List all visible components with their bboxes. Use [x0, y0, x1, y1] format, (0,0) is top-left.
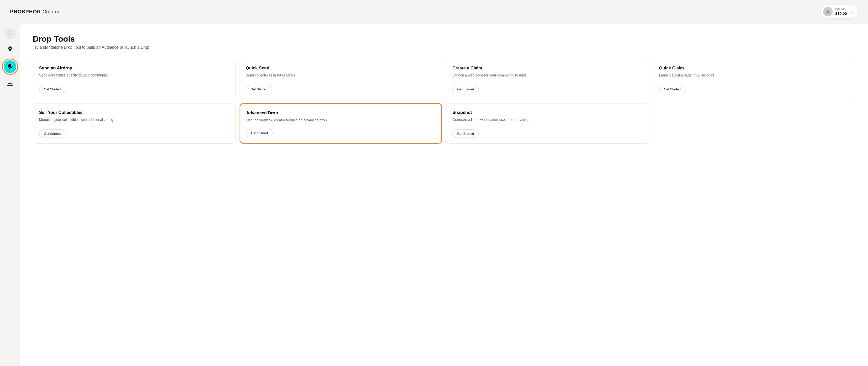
logo-product: Creator — [42, 9, 59, 15]
card-advanced-drop-btn[interactable]: Get Started — [246, 129, 273, 137]
page-title: Drop Tools — [33, 34, 856, 44]
card-sell-collectibles-desc: Monetize your collectibles with addition… — [39, 117, 229, 125]
card-advanced-drop-title: Advanced Drop — [246, 111, 435, 116]
card-quick-claim-title: Quick Claim — [659, 66, 849, 71]
cards-row-2: Sell Your Collectibles Monetize your col… — [33, 103, 856, 144]
cards-row-1: Send an Airdrop Send collectibles direct… — [33, 59, 856, 99]
card-create-claim-desc: Launch a web page for your community to … — [453, 73, 643, 81]
card-snapshot-btn[interactable]: Get Started — [453, 130, 478, 138]
page-subtitle: Try a standalone Drop Tool to build an A… — [33, 45, 856, 50]
card-sell-collectibles: Sell Your Collectibles Monetize your col… — [33, 103, 236, 144]
card-send-airdrop-title: Send an Airdrop — [39, 66, 229, 71]
logo-brand: PHOSPHOR — [10, 9, 41, 15]
card-quick-claim-desc: Launch a claim page in 60 seconds — [659, 73, 849, 81]
card-sell-collectibles-btn[interactable]: Get Started — [39, 130, 65, 138]
card-snapshot-desc: Generate a list of wallet addresses from… — [453, 117, 643, 125]
avatar — [823, 7, 833, 17]
card-snapshot-title: Snapshot — [453, 110, 643, 115]
card-empty-slot — [653, 103, 856, 144]
card-send-airdrop-desc: Send collectibles directly to your commu… — [39, 73, 229, 81]
active-ring — [2, 59, 18, 75]
balance-label: Balance: — [835, 7, 847, 11]
card-create-claim: Create a Claim Launch a web page for you… — [446, 59, 649, 99]
card-quick-send-title: Quick Send — [246, 66, 436, 71]
card-snapshot: Snapshot Generate a list of wallet addre… — [446, 103, 649, 144]
card-quick-claim-btn[interactable]: Get Started — [659, 85, 685, 93]
card-quick-claim: Quick Claim Launch a claim page in 60 se… — [653, 59, 856, 99]
card-send-airdrop: Send an Airdrop Send collectibles direct… — [33, 59, 236, 99]
card-advanced-drop-desc: Use the workflow creator to build an adv… — [246, 118, 435, 124]
header: PHOSPHOR Creator Balance: $10.00 ⌄ — [0, 0, 868, 23]
logo: PHOSPHOR Creator — [10, 9, 59, 15]
card-create-claim-title: Create a Claim — [453, 66, 643, 71]
svg-point-0 — [827, 10, 829, 11]
card-quick-send-desc: Send collectibles in 60 seconds — [246, 73, 436, 81]
sidebar: + — [0, 23, 20, 366]
card-send-airdrop-btn[interactable]: Get Started — [39, 85, 65, 93]
card-create-claim-btn[interactable]: Get Started — [453, 85, 478, 93]
content-area: Drop Tools Try a standalone Drop Tool to… — [20, 24, 868, 366]
card-sell-collectibles-title: Sell Your Collectibles — [39, 110, 229, 115]
card-quick-send-btn[interactable]: Get Started — [246, 85, 272, 93]
balance-amount: $10.00 — [835, 11, 847, 16]
sidebar-item-home[interactable] — [5, 45, 14, 54]
chevron-down-icon[interactable]: ⌄ — [850, 9, 854, 13]
sidebar-item-tools[interactable] — [2, 59, 18, 75]
user-balance-badge[interactable]: Balance: $10.00 ⌄ — [820, 4, 858, 19]
sidebar-item-people[interactable] — [5, 80, 14, 89]
add-button[interactable]: + — [4, 28, 16, 39]
main-layout: + Drop Tools Try a standalone Drop Tool … — [0, 23, 868, 366]
card-advanced-drop: Advanced Drop Use the workflow creator t… — [240, 103, 442, 144]
balance-info: Balance: $10.00 — [835, 7, 847, 16]
card-quick-send: Quick Send Send collectibles in 60 secon… — [240, 59, 442, 99]
